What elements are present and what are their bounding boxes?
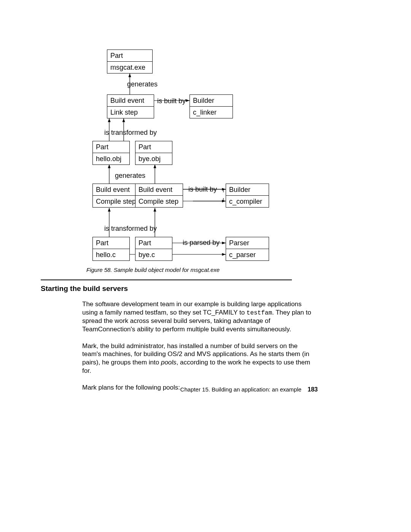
label-is-parsed-by: is parsed by: [183, 239, 220, 247]
node-type: Build event: [135, 184, 183, 195]
figure-caption: Figure 58. Sample build object model for…: [86, 267, 220, 273]
node-type: Builder: [226, 184, 269, 195]
node-value: bye.obj: [135, 153, 172, 165]
node-value: Link step: [107, 106, 154, 118]
section-heading: Starting the build servers: [41, 284, 128, 293]
label-transformed-1: is transformed by: [104, 129, 157, 137]
node-value: bye.c: [135, 249, 172, 260]
node-part-hello-c: Part hello.c: [92, 237, 130, 261]
node-part-hello-obj: Part hello.obj: [92, 141, 130, 165]
node-value: c_linker: [190, 106, 233, 118]
label-is-built-by-2: is built by: [188, 185, 217, 193]
node-value: c_compiler: [226, 195, 269, 207]
build-object-model-diagram: Part msgcat.exe generates Build event Li…: [0, 0, 411, 286]
node-part-msgcat: Part msgcat.exe: [107, 50, 153, 73]
node-type: Builder: [190, 95, 233, 106]
node-value: hello.c: [93, 249, 129, 260]
node-type: Build event: [93, 184, 140, 195]
node-builder-compiler: Builder c_compiler: [226, 184, 269, 208]
label-generates-1: generates: [127, 80, 158, 88]
footer-chapter: Chapter 15. Building an application: an …: [180, 386, 302, 393]
p2-italic: pools: [161, 359, 177, 366]
node-type: Part: [107, 50, 152, 61]
node-builder-linker: Builder c_linker: [190, 94, 233, 118]
node-value: hello.obj: [93, 153, 129, 165]
node-compile-bye: Build event Compile step: [135, 184, 183, 208]
node-type: Part: [135, 237, 172, 249]
node-type: Part: [93, 141, 129, 153]
node-value: c_parser: [226, 249, 269, 260]
section-rule: [41, 280, 292, 280]
p1-code: testfam: [247, 310, 272, 316]
paragraph-1: The software development team in our exa…: [82, 300, 318, 334]
node-type: Build event: [107, 95, 154, 106]
node-link-step: Build event Link step: [107, 94, 154, 118]
node-type: Part: [93, 237, 129, 249]
label-is-built-by-1: is built by: [157, 97, 186, 105]
label-transformed-2: is transformed by: [104, 225, 157, 233]
node-type: Part: [135, 141, 172, 153]
node-value: Compile step: [135, 195, 183, 207]
node-compile-hello: Build event Compile step: [92, 184, 140, 208]
node-part-bye-obj: Part bye.obj: [135, 141, 172, 165]
page-number: 183: [307, 386, 318, 393]
label-generates-2: generates: [115, 172, 145, 180]
paragraph-2: Mark, the build administrator, has insta…: [82, 342, 318, 375]
node-parser: Parser c_parser: [226, 237, 269, 261]
page-footer: Chapter 15. Building an application: an …: [180, 386, 318, 393]
node-part-bye-c: Part bye.c: [135, 237, 172, 261]
node-type: Parser: [226, 237, 269, 249]
node-value: Compile step: [93, 195, 140, 207]
document-page: { "diagram": { "nodes": { "part_msgcat":…: [0, 0, 411, 532]
node-value: msgcat.exe: [107, 61, 152, 73]
body-text: The software development team in our exa…: [82, 300, 318, 400]
